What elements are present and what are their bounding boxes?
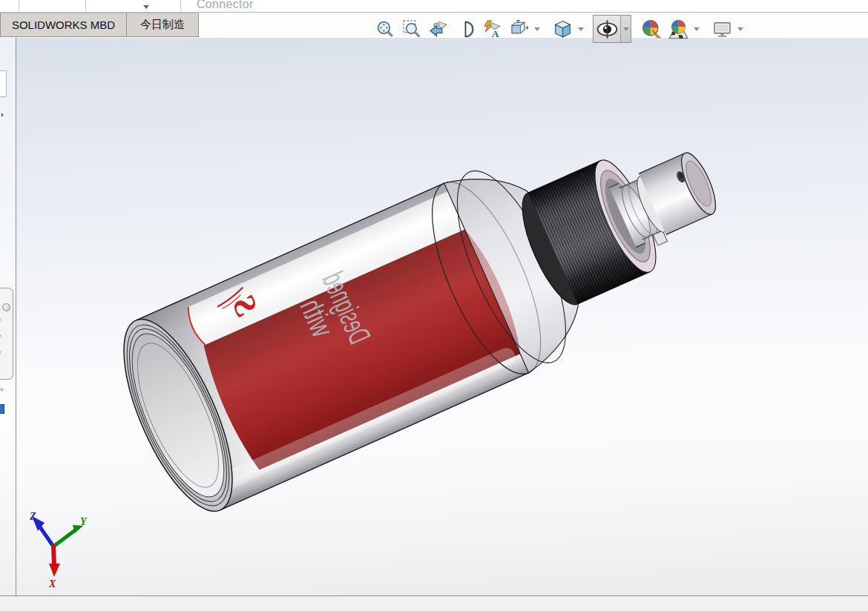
workspace: › ≈ ≈ ≈ ≈ [0, 38, 868, 595]
ribbon-separator [180, 0, 181, 11]
tab-solidworks-mbd[interactable]: SOLIDWORKS MBD [0, 13, 127, 37]
solidworks-window: { "top_strip": { "connector_label": "Con… [0, 0, 868, 611]
ribbon-separator [19, 0, 19, 11]
status-bar [0, 595, 868, 611]
headsup-toolbar: A [372, 14, 746, 44]
panel-expand-chevron-icon[interactable]: › [1, 110, 4, 119]
zoom-to-area-icon [402, 19, 422, 39]
display-style-icon [553, 19, 573, 39]
previous-view-button[interactable] [425, 16, 452, 42]
annotation-views-icon: A [482, 19, 502, 39]
flyout-mini-icon: ≈ [0, 386, 3, 393]
view-orientation-icon [509, 19, 529, 39]
ribbon-dropdown-caret-icon[interactable] [143, 5, 149, 9]
eye-icon [596, 19, 618, 40]
flyout-mini-icon: ≈ [0, 333, 1, 340]
display-style-button[interactable] [549, 16, 576, 42]
3d-scene[interactable]: S Designed with [16, 38, 868, 595]
hide-show-items-group [593, 15, 631, 43]
flyout-mini-icon: ≈ [0, 349, 1, 356]
bottle-body: S Designed with [102, 153, 595, 525]
x-axis-label: X [48, 578, 56, 589]
view-settings-dropdown[interactable] [735, 16, 746, 42]
view-orientation-dropdown[interactable] [532, 16, 542, 42]
view-settings-icon [712, 19, 732, 39]
reference-triad: Z Y X [29, 511, 88, 589]
connector-label: Connector [197, 0, 254, 11]
hide-show-items-dropdown[interactable] [620, 16, 631, 42]
collapsed-panel-fragment [0, 70, 7, 97]
apply-scene-button[interactable] [665, 16, 691, 42]
previous-view-icon [429, 19, 449, 39]
section-view-icon [456, 19, 476, 39]
edit-appearance-button[interactable] [638, 16, 665, 42]
flyout-mini-icon: ≈ [0, 317, 1, 323]
zoom-to-fit-icon [375, 19, 395, 39]
display-style-dropdown[interactable] [576, 16, 586, 42]
ribbon-separator [85, 0, 86, 11]
collapsed-blue-marker [0, 404, 4, 414]
y-axis-label: Y [80, 516, 88, 527]
apply-scene-icon [668, 19, 689, 40]
zoom-to-area-button[interactable] [398, 16, 425, 42]
edit-appearance-icon [641, 19, 662, 40]
collapsed-panel-strip: › ≈ ≈ ≈ ≈ [0, 38, 16, 595]
z-axis-label: Z [29, 511, 36, 522]
tab-today-manufacture[interactable]: 今日制造 [127, 13, 199, 37]
featuremanager-flyout-tab[interactable]: ≈ ≈ ≈ [0, 288, 13, 380]
view-orientation-button[interactable] [505, 16, 532, 42]
apply-scene-dropdown[interactable] [691, 16, 702, 42]
ribbon-remnant: Connector [0, 0, 868, 13]
svg-text:A: A [491, 27, 499, 39]
dynamic-annotation-views-button[interactable]: A [479, 16, 505, 42]
pin-icon[interactable] [2, 303, 10, 311]
section-view-button[interactable] [452, 16, 479, 42]
spray-bottle-model[interactable]: S Designed with [102, 85, 751, 526]
hide-show-items-button[interactable] [594, 16, 620, 42]
view-settings-button[interactable] [708, 16, 735, 42]
x-axis-arrow [49, 564, 60, 577]
zoom-to-fit-button[interactable] [372, 16, 398, 42]
